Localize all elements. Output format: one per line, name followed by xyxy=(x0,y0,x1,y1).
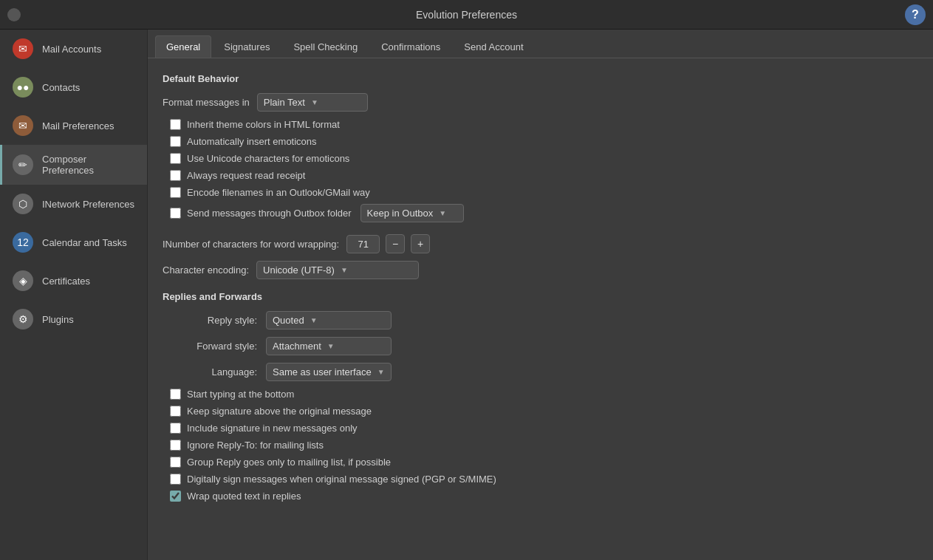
titlebar: Evolution Preferences ? xyxy=(0,0,933,30)
reply-style-row: Reply style: Quoted ▼ xyxy=(163,311,918,329)
wrap-quoted-checkbox[interactable] xyxy=(170,491,181,502)
replies-forwards-title: Replies and Forwards xyxy=(163,291,918,302)
format-dropdown-arrow: ▼ xyxy=(311,98,318,106)
sidebar-item-mail-accounts[interactable]: ✉Mail Accounts xyxy=(0,30,147,68)
window-title: Evolution Preferences xyxy=(416,9,517,21)
sidebar-item-composer-preferences[interactable]: ✏Composer Preferences xyxy=(0,145,147,185)
outbox-folder-row: Send messages through Outbox folder Keep… xyxy=(163,204,918,222)
forward-style-row: Forward style: Attachment ▼ xyxy=(163,337,918,355)
sig-new-only-row: Include signature in new messages only xyxy=(163,423,918,434)
help-button[interactable]: ? xyxy=(905,4,926,25)
inherit-theme-row: Inherit theme colors in HTML format xyxy=(163,119,918,130)
encode-filenames-label: Encode filenames in an Outlook/GMail way xyxy=(187,187,370,198)
reply-style-value: Quoted xyxy=(273,315,304,326)
replies-forwards-section: Replies and Forwards Reply style: Quoted… xyxy=(163,291,918,502)
sidebar-item-network-preferences[interactable]: ⬡INetwork Preferences xyxy=(0,185,147,223)
mail-preferences-icon: ✉ xyxy=(13,115,33,136)
group-reply-checkbox[interactable] xyxy=(170,457,181,468)
unicode-emoticons-checkbox[interactable] xyxy=(170,153,181,164)
main-layout: ✉Mail Accounts●●Contacts✉Mail Preference… xyxy=(0,30,933,560)
tab-general[interactable]: General xyxy=(155,35,211,58)
calendar-tasks-label: Calendar and Tasks xyxy=(42,237,127,248)
wrap-quoted-row: Wrap quoted text in replies xyxy=(163,491,918,502)
outbox-dropdown-arrow: ▼ xyxy=(439,209,446,217)
sidebar-item-plugins[interactable]: ⚙Plugins xyxy=(0,300,147,338)
settings-content: Default Behavior Format messages in Plai… xyxy=(148,58,933,519)
read-receipt-checkbox[interactable] xyxy=(170,170,181,181)
language-dropdown-arrow: ▼ xyxy=(377,368,385,376)
format-label: Format messages in xyxy=(163,97,250,108)
network-preferences-label: INetwork Preferences xyxy=(42,199,134,210)
language-value: Same as user interface xyxy=(273,366,372,378)
unicode-emoticons-row: Use Unicode characters for emoticons xyxy=(163,153,918,164)
outbox-dropdown-value: Keep in Outbox xyxy=(367,208,434,219)
default-behavior-title: Default Behavior xyxy=(163,73,918,84)
forward-style-label: Forward style: xyxy=(170,341,266,352)
inherit-theme-checkbox[interactable] xyxy=(170,119,181,130)
digital-sign-checkbox[interactable] xyxy=(170,474,181,485)
tab-signatures[interactable]: Signatures xyxy=(213,35,281,58)
auto-emoticons-checkbox[interactable] xyxy=(170,136,181,147)
content-area: GeneralSignaturesSpell CheckingConfirmat… xyxy=(148,30,933,560)
wrap-quoted-label: Wrap quoted text in replies xyxy=(187,491,301,502)
plus-icon: + xyxy=(417,238,423,250)
language-label: Language: xyxy=(170,366,266,378)
outbox-dropdown[interactable]: Keep in Outbox ▼ xyxy=(360,204,464,222)
sidebar-item-contacts[interactable]: ●●Contacts xyxy=(0,68,147,106)
format-dropdown-value: Plain Text xyxy=(264,97,305,108)
sig-above-label: Keep signature above the original messag… xyxy=(187,406,372,417)
format-dropdown[interactable]: Plain Text ▼ xyxy=(257,93,368,112)
default-behavior-section: Default Behavior Format messages in Plai… xyxy=(163,73,918,279)
encoding-dropdown[interactable]: Unicode (UTF-8) ▼ xyxy=(256,261,419,279)
read-receipt-label: Always request read receipt xyxy=(187,170,305,181)
auto-emoticons-row: Automatically insert emoticons xyxy=(163,136,918,147)
tab-spell-checking[interactable]: Spell Checking xyxy=(282,35,369,58)
auto-emoticons-label: Automatically insert emoticons xyxy=(187,136,317,147)
encoding-dropdown-arrow: ▼ xyxy=(341,266,348,274)
word-wrap-value: 71 xyxy=(346,235,380,253)
digital-sign-row: Digitally sign messages when original me… xyxy=(163,474,918,485)
sidebar-item-mail-preferences[interactable]: ✉Mail Preferences xyxy=(0,106,147,145)
close-button[interactable] xyxy=(7,8,21,21)
encode-filenames-checkbox[interactable] xyxy=(170,187,181,198)
encoding-label: Character encoding: xyxy=(163,264,249,276)
unicode-emoticons-label: Use Unicode characters for emoticons xyxy=(187,153,349,164)
certificates-icon: ◈ xyxy=(13,270,33,291)
outbox-folder-checkbox[interactable] xyxy=(170,208,181,219)
sig-above-checkbox[interactable] xyxy=(170,406,181,417)
sidebar-item-certificates[interactable]: ◈Certificates xyxy=(0,262,147,300)
encoding-row: Character encoding: Unicode (UTF-8) ▼ xyxy=(163,261,918,279)
ignore-reply-to-checkbox[interactable] xyxy=(170,440,181,451)
mail-accounts-label: Mail Accounts xyxy=(42,44,101,55)
calendar-tasks-icon: 12 xyxy=(13,232,33,253)
forward-style-dropdown[interactable]: Attachment ▼ xyxy=(266,337,392,355)
composer-preferences-label: Composer Preferences xyxy=(42,154,137,176)
reply-style-dropdown[interactable]: Quoted ▼ xyxy=(266,311,392,329)
minus-icon: − xyxy=(392,238,398,250)
ignore-reply-to-row: Ignore Reply-To: for mailing lists xyxy=(163,440,918,451)
plugins-icon: ⚙ xyxy=(13,309,33,329)
sig-new-only-checkbox[interactable] xyxy=(170,423,181,434)
mail-preferences-label: Mail Preferences xyxy=(42,120,115,132)
tab-send-account[interactable]: Send Account xyxy=(453,35,534,58)
contacts-icon: ●● xyxy=(13,77,33,98)
plugins-label: Plugins xyxy=(42,314,74,325)
encode-filenames-row: Encode filenames in an Outlook/GMail way xyxy=(163,187,918,198)
ignore-reply-to-label: Ignore Reply-To: for mailing lists xyxy=(187,440,324,451)
word-wrap-decrease[interactable]: − xyxy=(386,234,405,253)
inherit-theme-label: Inherit theme colors in HTML format xyxy=(187,119,340,130)
language-row: Language: Same as user interface ▼ xyxy=(163,363,918,381)
reply-style-label: Reply style: xyxy=(170,315,266,326)
word-wrap-increase[interactable]: + xyxy=(411,234,430,253)
start-bottom-row: Start typing at the bottom xyxy=(163,389,918,400)
start-bottom-checkbox[interactable] xyxy=(170,389,181,400)
group-reply-row: Group Reply goes only to mailing list, i… xyxy=(163,457,918,468)
word-wrap-row: INumber of characters for word wrapping:… xyxy=(163,234,918,253)
composer-preferences-icon: ✏ xyxy=(13,154,33,175)
sidebar-item-calendar-tasks[interactable]: 12Calendar and Tasks xyxy=(0,223,147,262)
word-wrap-input-group: 71 − + xyxy=(346,234,430,253)
forward-style-value: Attachment xyxy=(273,341,321,352)
tab-confirmations[interactable]: Confirmations xyxy=(370,35,451,58)
language-dropdown[interactable]: Same as user interface ▼ xyxy=(266,363,392,381)
certificates-label: Certificates xyxy=(42,276,90,287)
